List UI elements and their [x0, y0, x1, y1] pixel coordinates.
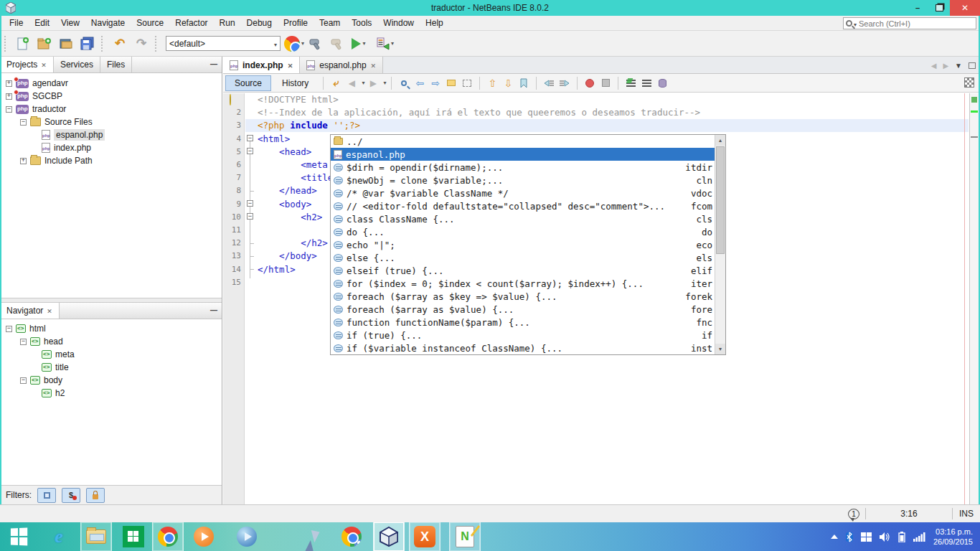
taskbar-netbeans[interactable]	[373, 522, 405, 551]
nav-node-h2[interactable]: h2	[42, 387, 65, 400]
stop-macro-recording-icon[interactable]	[598, 77, 613, 90]
panel-splitter[interactable]	[0, 298, 222, 303]
completion-item[interactable]: else {...els	[331, 251, 725, 264]
restore-button[interactable]	[928, 0, 950, 16]
code-editor[interactable]: 2 3 4 5 6 7 8 9 10 11 12 13 14 15	[223, 93, 979, 504]
split-document-icon[interactable]	[964, 77, 974, 88]
tree-node-traductor[interactable]: traductor	[6, 103, 66, 116]
last-edit-icon[interactable]	[329, 77, 343, 90]
comment-icon[interactable]	[623, 77, 638, 90]
config-select[interactable]: <default>	[166, 36, 281, 51]
menu-source[interactable]: Source	[131, 17, 169, 29]
start-macro-recording-icon[interactable]	[583, 77, 597, 90]
next-bookmark-icon[interactable]	[501, 77, 515, 90]
collapse-icon[interactable]	[6, 106, 12, 113]
start-button[interactable]	[0, 522, 37, 551]
nav-node-meta[interactable]: meta	[42, 348, 75, 361]
forward-icon[interactable]	[366, 77, 380, 90]
menu-team[interactable]: Team	[314, 17, 346, 29]
editor-tab-index-php[interactable]: index.php	[223, 57, 300, 73]
taskbar-chrome-profile[interactable]	[336, 522, 367, 551]
scroll-tabs-right-icon[interactable]	[943, 62, 948, 70]
filter-show-fields-button[interactable]	[37, 488, 56, 503]
tree-node-agendavr[interactable]: agendavr	[6, 77, 68, 90]
run-project-button[interactable]: ▾	[348, 34, 369, 54]
popup-scrollbar[interactable]	[715, 135, 725, 354]
taskbar-internet-explorer[interactable]: e	[43, 522, 75, 551]
clean-build-button[interactable]	[326, 34, 348, 54]
menu-navigate[interactable]: Navigate	[85, 17, 131, 29]
navigator-minimize-icon[interactable]	[210, 305, 217, 315]
find-selection-icon[interactable]	[397, 77, 411, 90]
completion-item[interactable]: foreach ($array as $value) {...fore	[331, 303, 725, 316]
menu-help[interactable]: Help	[420, 17, 449, 29]
window-titlebar[interactable]: traductor - NetBeans IDE 8.0.2	[0, 0, 980, 16]
notifications-icon[interactable]: 1	[848, 509, 859, 519]
fold-collapse-icon[interactable]	[247, 135, 253, 141]
taskbar-clock[interactable]: 03:16 p.m. 26/09/2015	[933, 527, 973, 547]
tab-files[interactable]: Files	[100, 57, 132, 72]
menu-edit[interactable]: Edit	[29, 17, 55, 29]
tree-node-include-path[interactable]: Include Path	[20, 154, 93, 167]
toggle-bookmark-icon[interactable]	[517, 77, 531, 90]
menu-view[interactable]: View	[55, 17, 85, 29]
maximize-editor-icon[interactable]	[969, 62, 976, 69]
taskbar-windows-store[interactable]	[118, 522, 149, 551]
network-signal-icon[interactable]	[913, 532, 925, 542]
completion-item[interactable]: ../	[331, 135, 725, 148]
completion-item[interactable]: $newObj = clone $variable;...cln	[331, 174, 725, 187]
fold-collapse-icon[interactable]	[247, 148, 253, 154]
tree-node-espanol-php[interactable]: espanol.php	[42, 128, 105, 141]
quick-search[interactable]	[843, 17, 976, 29]
new-file-button[interactable]	[12, 34, 34, 54]
browser-select-button[interactable]: ▾	[283, 34, 305, 54]
source-view-button[interactable]: Source	[225, 75, 271, 91]
action-center-icon[interactable]	[861, 532, 872, 542]
rectangular-selection-icon[interactable]	[460, 77, 474, 90]
toggle-highlight-icon[interactable]	[444, 77, 458, 90]
collapse-icon[interactable]	[20, 119, 27, 126]
menu-window[interactable]: Window	[377, 17, 420, 29]
fold-collapse-icon[interactable]	[247, 213, 253, 220]
next-occurrence-icon[interactable]	[428, 77, 443, 90]
taskbar-chrome[interactable]	[152, 522, 184, 551]
scroll-up-icon[interactable]	[715, 135, 725, 146]
nav-node-head[interactable]: head	[20, 335, 63, 348]
shift-left-icon[interactable]	[542, 77, 556, 90]
completion-item[interactable]: for ($index = 0; $index < count($array);…	[331, 277, 725, 290]
show-hidden-icons[interactable]	[831, 534, 838, 539]
completion-item[interactable]: /* @var $variable ClassName */vdoc	[331, 187, 725, 199]
completion-item[interactable]: if ($variable instanceof ClassName) {...…	[331, 342, 725, 354]
menu-refactor[interactable]: Refactor	[169, 17, 213, 29]
expand-icon[interactable]	[6, 93, 12, 100]
tab-navigator-close-icon[interactable]	[47, 306, 52, 316]
taskbar-blue-player[interactable]	[231, 522, 263, 551]
battery-icon[interactable]	[898, 532, 905, 542]
tab-navigator[interactable]: Navigator	[0, 303, 60, 319]
completion-item[interactable]: // <editor-fold defaultstate="collapsed"…	[331, 199, 725, 212]
nav-node-body[interactable]: body	[20, 374, 62, 387]
previous-occurrence-icon[interactable]	[413, 77, 427, 90]
taskbar-thunder[interactable]	[298, 522, 330, 551]
taskbar-media-player[interactable]	[188, 522, 220, 551]
debug-project-button[interactable]: ▾	[369, 34, 401, 54]
previous-bookmark-icon[interactable]	[485, 77, 499, 90]
menu-profile[interactable]: Profile	[278, 17, 314, 29]
tree-node-sgcbp[interactable]: SGCBP	[6, 90, 62, 103]
expand-icon[interactable]	[6, 80, 12, 87]
nav-node-title[interactable]: title	[42, 361, 69, 374]
completion-item-selected[interactable]: espanol.php	[331, 148, 725, 161]
save-all-button[interactable]	[77, 34, 98, 54]
projects-minimize-icon[interactable]	[210, 59, 217, 69]
nav-node-html[interactable]: html	[6, 322, 46, 335]
completion-item[interactable]: if (true) {...if	[331, 329, 725, 342]
menu-file[interactable]: File	[4, 17, 29, 29]
redo-button[interactable]: ↷	[131, 34, 152, 54]
completion-item[interactable]: do {...do	[331, 225, 725, 238]
minimize-button[interactable]	[907, 0, 928, 16]
completion-item[interactable]: elseif (true) {...elif	[331, 264, 725, 277]
tab-projects[interactable]: Projects	[0, 57, 54, 72]
tab-projects-close-icon[interactable]	[41, 60, 47, 70]
editor-tab-espanol-php[interactable]: espanol.php	[300, 57, 383, 73]
tab-close-icon[interactable]	[371, 60, 377, 70]
